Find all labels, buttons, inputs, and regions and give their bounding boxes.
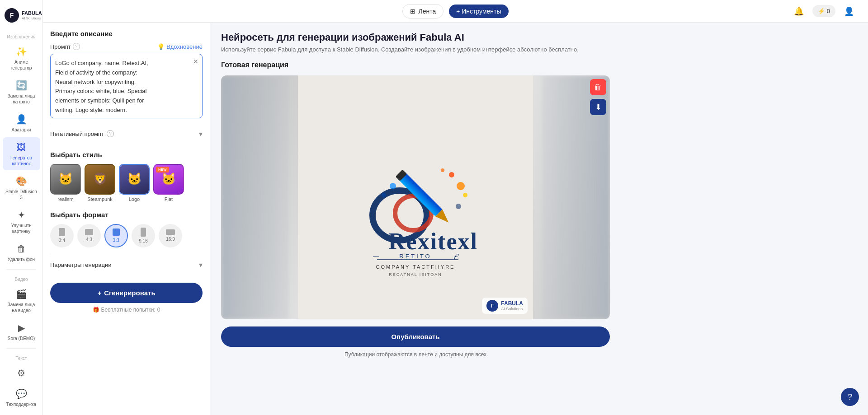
- publish-section: Опубликовать Публикации отображаются в л…: [221, 326, 610, 358]
- topnav: ⊞ Лента + Инструменты 🔔 ⚡ 0 👤: [43, 0, 868, 23]
- svg-text:Rexitexl: Rexitexl: [388, 228, 478, 254]
- prompt-label: Промпт ?: [50, 43, 80, 50]
- generate-button[interactable]: + Сгенерировать: [50, 283, 203, 303]
- sidebar-item-sora[interactable]: ▶ Sora (DEMO): [3, 318, 40, 345]
- sidebar-item-avatars[interactable]: 👤 Аватарки: [3, 109, 40, 136]
- prompt-text[interactable]: LoGo of company, name: Retext.AI, Field …: [55, 59, 198, 115]
- watermark-text: FABULA AI Solutions: [501, 300, 523, 311]
- coins-badge: ⚡ 0: [812, 5, 835, 17]
- sidebar-item-chatgpt[interactable]: ⚙: [3, 363, 40, 383]
- sidebar-item-label: Генератор картинок: [5, 155, 38, 167]
- sora-icon: ▶: [15, 322, 28, 334]
- style-label: Steampunk: [87, 196, 113, 202]
- free-attempts-label: Бесплатные попытки:: [101, 307, 156, 313]
- feed-button[interactable]: ⊞ Лента: [402, 4, 443, 19]
- format-grid: 3:4 4:3 1:1 9:16: [50, 224, 203, 247]
- coins-icon: ⚡: [818, 8, 825, 14]
- format-btn-3-4[interactable]: 3:4: [50, 224, 74, 247]
- sidebar-item-remove-bg[interactable]: 🗑 Удалить фон: [3, 239, 40, 266]
- profile-button[interactable]: 👤: [841, 3, 857, 19]
- free-attempts: 🎁 Бесплатные попытки: 0: [50, 307, 203, 313]
- sidebar-item-label: Stable Diffusion 3: [5, 189, 38, 201]
- generate-label: Сгенерировать: [104, 289, 155, 297]
- divider-text: [6, 348, 36, 349]
- format-btn-16-9[interactable]: 16:9: [159, 224, 182, 247]
- negative-help-icon[interactable]: ?: [107, 130, 114, 137]
- sidebar-item-sd3[interactable]: 🎨 Stable Diffusion 3: [3, 171, 40, 204]
- sidebar-item-anime[interactable]: ✨ Аниме генератор: [3, 42, 40, 75]
- enhance-icon: ✦: [15, 209, 28, 221]
- watermark-brand: FABULA: [501, 300, 523, 307]
- section-video-label: Видео: [0, 272, 42, 284]
- section-images-label: Изображения: [0, 30, 42, 41]
- sidebar-item-enhance[interactable]: ✦ Улучшить картинку: [3, 205, 40, 238]
- face-swap-icon: 🔄: [15, 79, 28, 92]
- sidebar-item-label: Техподдержка: [6, 401, 36, 407]
- generated-image: Rexitexl RETITO — 🖋 COMPANY TACTFIIYRE R…: [221, 75, 610, 319]
- format-btn-1-1[interactable]: 1:1: [104, 224, 128, 247]
- prompt-textarea-wrapper: ✕ LoGo of company, name: Retext.AI, Fiel…: [50, 54, 203, 118]
- style-item-logo[interactable]: 🐱 Logo: [119, 164, 150, 202]
- generated-image-container: 🗑 ⬇: [221, 75, 610, 319]
- new-badge: NEW: [156, 167, 169, 173]
- svg-point-6: [457, 182, 465, 190]
- watermark: F FABULA AI Solutions: [482, 298, 528, 314]
- clear-button[interactable]: ✕: [193, 58, 198, 65]
- svg-point-5: [449, 172, 454, 177]
- negative-prompt-row[interactable]: Негативный промпт ? ▾: [50, 124, 203, 144]
- publish-note: Публикации отображаются в ленте и доступ…: [221, 351, 610, 358]
- style-item-steampunk[interactable]: 🦁 Steampunk: [85, 164, 115, 202]
- tools-button[interactable]: + Инструменты: [449, 5, 508, 18]
- section-title: Введите описание: [50, 30, 203, 37]
- negative-prompt-label: Негативный промпт ?: [50, 130, 114, 137]
- support-icon: 💬: [15, 387, 28, 400]
- ready-label: Готовая генерация: [221, 61, 857, 69]
- watermark-tagline: AI Solutions: [501, 307, 523, 311]
- svg-text:COMPANY TACTFIIYRE: COMPANY TACTFIIYRE: [376, 264, 455, 270]
- style-item-realism[interactable]: 🐱 realism: [50, 164, 81, 202]
- format-label: 4:3: [86, 237, 92, 242]
- sidebar-item-label: Замена лица на фото: [5, 93, 38, 105]
- notifications-button[interactable]: 🔔: [791, 3, 807, 19]
- download-image-button[interactable]: ⬇: [590, 99, 606, 115]
- format-label: 3:4: [59, 238, 65, 243]
- sidebar-item-label: Удалить фон: [8, 256, 35, 262]
- inspire-button[interactable]: 💡 Вдохновение: [157, 43, 203, 50]
- feed-grid-icon: ⊞: [410, 8, 415, 15]
- left-panel: Введите описание Промпт ? 💡 Вдохновение …: [43, 23, 210, 415]
- format-btn-9-16[interactable]: 9:16: [132, 224, 155, 247]
- format-section-title: Выбрать формат: [50, 211, 203, 219]
- sidebar-item-label: Замена лица на видео: [5, 302, 38, 313]
- style-label: realism: [57, 196, 73, 202]
- params-section[interactable]: Параметры генерации ▾: [50, 254, 203, 275]
- gift-icon: 🎁: [93, 307, 99, 313]
- help-fab-button[interactable]: ?: [841, 388, 859, 406]
- svg-text:🖋: 🖋: [453, 253, 459, 260]
- sidebar-item-face-video[interactable]: 🎬 Замена лица на видео: [3, 284, 40, 317]
- format-section: Выбрать формат 3:4 4:3 1:1: [50, 211, 203, 247]
- divider-video: [6, 269, 36, 270]
- publish-button[interactable]: Опубликовать: [221, 326, 610, 347]
- generator-icon: 🖼: [15, 141, 28, 154]
- format-label: 1:1: [113, 238, 119, 242]
- delete-image-button[interactable]: 🗑: [590, 79, 606, 95]
- sidebar-item-support[interactable]: 💬 Техподдержка: [3, 384, 40, 411]
- chevron-down-icon: ▾: [199, 130, 203, 138]
- lightbulb-icon: 💡: [157, 43, 165, 50]
- watermark-logo: F: [486, 300, 498, 312]
- face-video-icon: 🎬: [15, 288, 28, 300]
- section-text-label: Текст: [0, 351, 42, 363]
- sd3-icon: 🎨: [15, 175, 28, 187]
- page-title: Нейросеть для генерации изображений Fabu…: [221, 32, 857, 43]
- sidebar-item-generator[interactable]: 🖼 Генератор картинок: [3, 137, 40, 170]
- coins-count: 0: [827, 8, 830, 14]
- style-item-flat[interactable]: 🐱 NEW Flat: [153, 164, 184, 202]
- sidebar-item-face-swap[interactable]: 🔄 Замена лица на фото: [3, 75, 40, 108]
- prompt-help-icon[interactable]: ?: [73, 43, 80, 50]
- params-chevron-icon: ▾: [199, 261, 203, 269]
- format-btn-4-3[interactable]: 4:3: [77, 224, 101, 247]
- sidebar-item-label: Аватарки: [12, 127, 31, 133]
- svg-point-10: [441, 168, 444, 172]
- style-section-title: Выбрать стиль: [50, 151, 203, 159]
- logo-icon: F: [5, 8, 19, 23]
